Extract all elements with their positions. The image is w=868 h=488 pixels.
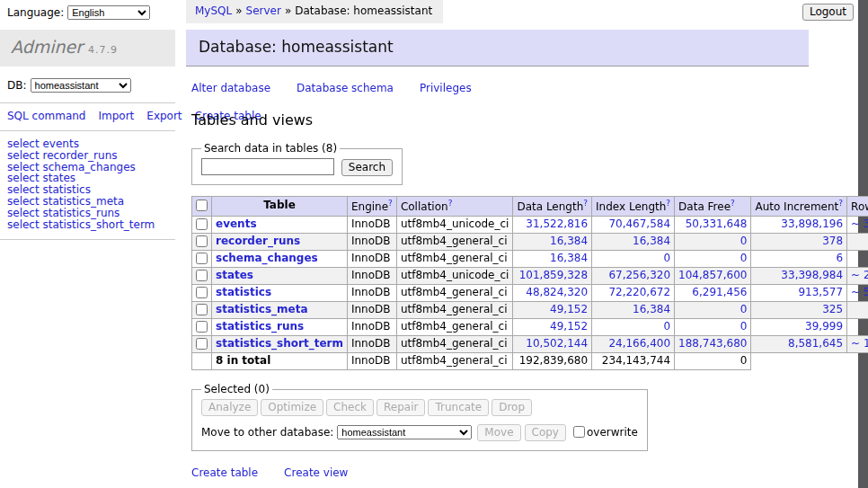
auto-increment-link[interactable]: 39,999 xyxy=(805,320,843,333)
logout-button[interactable]: Logout xyxy=(802,4,854,21)
table-link-schema_changes[interactable]: schema_changes xyxy=(216,252,318,264)
index-length-link[interactable]: 16,384 xyxy=(633,235,670,247)
table-link-events[interactable]: events xyxy=(216,217,257,230)
overwrite-checkbox[interactable] xyxy=(573,426,585,438)
breadcrumb-link-server[interactable]: Server xyxy=(246,4,281,17)
repair-button[interactable]: Repair xyxy=(376,399,425,416)
cell-collation: utf8mb4_general_ci xyxy=(396,318,513,335)
db-select[interactable]: homeassistant xyxy=(31,78,131,93)
column-header-label: Engine xyxy=(351,200,388,213)
sidebar-select-events[interactable]: select events xyxy=(7,138,168,150)
table-link-recorder_runs[interactable]: recorder_runs xyxy=(216,235,300,247)
table-total-row: 8 in totalInnoDButf8mb4_general_ci192,83… xyxy=(192,352,868,369)
index-length-link[interactable]: 0 xyxy=(663,252,670,264)
row-checkbox-cell xyxy=(192,284,212,301)
cell-data-length: 101,859,328 xyxy=(513,267,592,284)
total-data-length-cell: 192,839,680 xyxy=(513,352,592,369)
row-checkbox[interactable] xyxy=(196,304,208,315)
data-free-link[interactable]: 0 xyxy=(740,303,748,315)
sidebar-link-import[interactable]: Import xyxy=(98,110,134,122)
breadcrumb-separator: » xyxy=(235,4,242,17)
doc-help-link[interactable]: ? xyxy=(666,199,670,208)
auto-increment-link[interactable]: 325 xyxy=(822,303,843,315)
rows-link[interactable]: ~ 569,159 xyxy=(851,286,868,298)
table-row: schema_changesInnoDButf8mb4_general_ci16… xyxy=(192,250,868,267)
index-length-link[interactable]: 24,166,400 xyxy=(608,337,670,350)
table-link-statistics[interactable]: statistics xyxy=(216,286,271,298)
data-free-link[interactable]: 50,331,648 xyxy=(686,217,748,230)
auto-increment-link[interactable]: 33,898,196 xyxy=(781,217,843,230)
rows-link[interactable]: ~ 136,108 xyxy=(851,337,868,350)
sidebar-select-statistics_short_term[interactable]: select statistics_short_term xyxy=(7,219,168,231)
table-link-states[interactable]: states xyxy=(216,269,253,281)
auto-increment-link[interactable]: 378 xyxy=(822,235,843,247)
doc-help-link[interactable]: ? xyxy=(731,199,735,208)
row-checkbox[interactable] xyxy=(196,321,208,333)
data-length-link[interactable]: 31,522,816 xyxy=(526,217,588,230)
index-length-link[interactable]: 72,220,672 xyxy=(608,286,670,298)
data-length-link[interactable]: 16,384 xyxy=(550,235,588,247)
data-length-link[interactable]: 16,384 xyxy=(550,252,588,264)
cell-collation: utf8mb4_general_ci xyxy=(396,284,513,301)
link-create-table[interactable]: Create table xyxy=(191,466,258,479)
copy-button[interactable]: Copy xyxy=(525,424,566,441)
doc-help-link[interactable]: ? xyxy=(388,199,393,208)
data-free-link[interactable]: 104,857,600 xyxy=(678,269,747,281)
truncate-button[interactable]: Truncate xyxy=(428,399,489,416)
data-free-link[interactable]: 0 xyxy=(740,320,748,333)
search-button[interactable]: Search xyxy=(341,159,393,176)
optimize-button[interactable]: Optimize xyxy=(261,399,323,416)
select-all-checkbox[interactable] xyxy=(196,200,208,211)
rows-link[interactable]: ~ 299,833 xyxy=(851,269,868,281)
data-length-link[interactable]: 49,152 xyxy=(550,320,588,333)
row-checkbox[interactable] xyxy=(196,253,208,264)
auto-increment-link[interactable]: 913,577 xyxy=(798,286,843,298)
data-free-link[interactable]: 6,291,456 xyxy=(692,286,747,298)
cell-data-length: 48,824,320 xyxy=(513,284,592,301)
move-db-select[interactable]: homeassistant xyxy=(337,425,472,439)
check-button[interactable]: Check xyxy=(326,399,374,416)
db-label: DB: xyxy=(7,79,27,92)
auto-increment-link[interactable]: 6 xyxy=(836,252,843,264)
index-length-link[interactable]: 67,256,320 xyxy=(608,269,670,281)
row-checkbox[interactable] xyxy=(196,287,208,298)
table-link-statistics_meta[interactable]: statistics_meta xyxy=(216,303,308,315)
data-length-link[interactable]: 10,502,144 xyxy=(526,337,588,350)
auto-increment-link[interactable]: 8,581,645 xyxy=(788,337,843,350)
language-select[interactable]: English xyxy=(67,5,150,20)
move-button[interactable]: Move xyxy=(477,424,520,441)
analyze-button[interactable]: Analyze xyxy=(201,399,258,416)
doc-help-link[interactable]: ? xyxy=(838,199,843,208)
breadcrumb-link-mysql[interactable]: MySQL xyxy=(195,4,232,17)
link-create-view[interactable]: Create view xyxy=(284,466,348,479)
data-free-link[interactable]: 0 xyxy=(740,235,748,247)
link-alter-database[interactable]: Alter database xyxy=(191,82,270,94)
row-checkbox[interactable] xyxy=(196,218,208,230)
table-link-statistics_short_term[interactable]: statistics_short_term xyxy=(216,337,343,350)
auto-increment-link[interactable]: 33,398,984 xyxy=(781,269,843,281)
index-length-link[interactable]: 70,467,584 xyxy=(608,217,670,230)
data-length-link[interactable]: 48,824,320 xyxy=(526,286,588,298)
link-privileges[interactable]: Privileges xyxy=(420,82,472,94)
sidebar-select-recorder_runs[interactable]: select recorder_runs xyxy=(7,150,168,162)
link-database-schema[interactable]: Database schema xyxy=(297,82,394,94)
cell-engine: InnoDB xyxy=(347,233,396,250)
index-length-link[interactable]: 0 xyxy=(663,320,670,333)
language-label: Language: xyxy=(7,6,64,19)
row-checkbox[interactable] xyxy=(196,338,208,350)
sidebar-link-export[interactable]: Export xyxy=(146,110,182,122)
index-length-link[interactable]: 16,384 xyxy=(633,303,670,315)
table-link-statistics_runs[interactable]: statistics_runs xyxy=(216,320,304,333)
data-length-link[interactable]: 49,152 xyxy=(550,303,588,315)
data-free-link[interactable]: 188,743,680 xyxy=(678,337,747,350)
doc-help-link[interactable]: ? xyxy=(448,199,453,208)
data-length-link[interactable]: 101,859,328 xyxy=(519,269,588,281)
drop-button[interactable]: Drop xyxy=(492,399,532,416)
rows-link[interactable]: ~ 312,180 xyxy=(851,217,868,230)
doc-help-link[interactable]: ? xyxy=(583,199,588,208)
row-checkbox[interactable] xyxy=(196,270,208,281)
row-checkbox[interactable] xyxy=(196,235,208,247)
data-free-link[interactable]: 0 xyxy=(740,252,748,264)
search-input[interactable] xyxy=(201,158,334,175)
sidebar-link-sql-command[interactable]: SQL command xyxy=(7,110,85,122)
